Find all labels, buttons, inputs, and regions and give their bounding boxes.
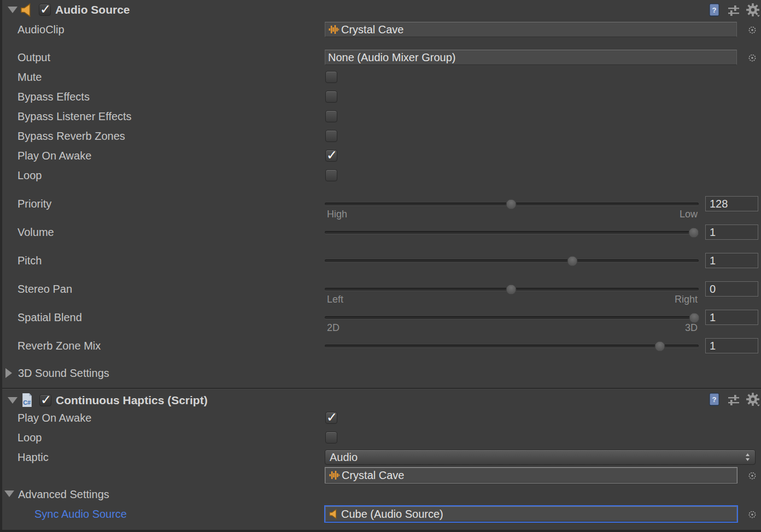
- audioclip-label: AudioClip: [17, 22, 65, 37]
- volume-value: 1: [710, 226, 716, 239]
- mute-label: Mute: [17, 69, 42, 85]
- spatial-blend-range-labels: 2D 3D: [327, 322, 698, 334]
- bypass-listener-effects-checkbox[interactable]: [325, 110, 337, 122]
- volume-label: Volume: [17, 224, 54, 240]
- svg-text:?: ?: [712, 395, 717, 404]
- gear-icon[interactable]: [746, 3, 760, 17]
- reverb-zone-mix-value-field[interactable]: 1: [705, 338, 758, 353]
- stereo-pan-value-field[interactable]: 0: [705, 281, 758, 297]
- volume-slider[interactable]: [325, 231, 699, 234]
- haptic-dropdown[interactable]: Audio: [325, 450, 756, 465]
- checkmark: ✓: [40, 1, 51, 17]
- stereo-pan-slider-handle[interactable]: [506, 284, 517, 294]
- spatial-blend-value-field[interactable]: 1: [705, 310, 758, 325]
- presets-icon[interactable]: [727, 4, 740, 16]
- priority-min-label: High: [327, 209, 347, 220]
- svg-text:C#: C#: [23, 399, 31, 406]
- spatial-blend-value: 1: [710, 311, 716, 324]
- pitch-slider-handle[interactable]: [567, 256, 577, 266]
- bypass-effects-label: Bypass Effects: [17, 89, 90, 104]
- gear-icon[interactable]: [746, 392, 760, 406]
- 3d-sound-settings-label[interactable]: 3D Sound Settings: [18, 365, 109, 381]
- loop-checkbox[interactable]: [325, 169, 337, 181]
- priority-value-field[interactable]: 128: [705, 196, 758, 211]
- advanced-settings-foldout-arrow[interactable]: [4, 490, 14, 497]
- haptics-loop-checkbox[interactable]: [325, 431, 337, 444]
- audio-source-title: Audio Source: [55, 0, 130, 20]
- priority-slider[interactable]: [325, 203, 699, 205]
- mute-checkbox[interactable]: [325, 71, 337, 83]
- haptics-play-on-awake-checkbox[interactable]: ✓: [325, 412, 337, 424]
- audio-waveform-icon: [328, 24, 339, 35]
- bypass-effects-checkbox[interactable]: [325, 91, 337, 103]
- spatial-blend-label: Spatial Blend: [17, 310, 82, 325]
- haptic-clip-value: Crystal Cave: [342, 469, 404, 482]
- haptics-play-on-awake-label: Play On Awake: [17, 410, 91, 425]
- checkmark: ✓: [40, 392, 51, 408]
- haptics-foldout-arrow[interactable]: [8, 397, 17, 404]
- haptics-loop-label: Loop: [17, 430, 42, 445]
- panel-left-edge: [0, 0, 2, 532]
- stereo-pan-slider[interactable]: [325, 288, 699, 291]
- pitch-value: 1: [710, 255, 716, 267]
- audio-source-enabled-checkbox[interactable]: ✓: [39, 4, 51, 16]
- spatial-blend-slider[interactable]: [325, 316, 699, 319]
- object-picker-icon[interactable]: [748, 54, 757, 62]
- unity-inspector-panel: { "colors": { "background": "#3d3d3d", "…: [0, 0, 761, 532]
- spatial-blend-slider-handle[interactable]: [689, 312, 699, 323]
- object-picker-icon[interactable]: [748, 471, 757, 480]
- priority-max-label: Low: [680, 209, 698, 220]
- output-field[interactable]: None (Audio Mixer Group): [325, 50, 737, 65]
- output-value: None (Audio Mixer Group): [328, 51, 455, 64]
- bypass-listener-effects-label: Bypass Listener Effects: [17, 109, 132, 124]
- advanced-settings-label[interactable]: Advanced Settings: [18, 487, 109, 502]
- priority-range-labels: High Low: [327, 209, 698, 220]
- help-icon[interactable]: ?: [707, 3, 721, 17]
- object-picker-icon[interactable]: [748, 26, 757, 34]
- reverb-zone-mix-slider-handle[interactable]: [654, 341, 665, 351]
- volume-value-field[interactable]: 1: [705, 224, 758, 240]
- pitch-label: Pitch: [17, 253, 42, 268]
- haptic-dropdown-value: Audio: [330, 451, 358, 464]
- stereo-pan-value: 0: [710, 283, 716, 295]
- spatial-blend-min-label: 2D: [327, 322, 339, 334]
- play-on-awake-checkbox[interactable]: ✓: [325, 150, 337, 162]
- svg-text:?: ?: [712, 6, 717, 14]
- stereo-pan-max-label: Right: [675, 294, 698, 305]
- object-picker-icon[interactable]: [748, 510, 757, 519]
- haptic-label: Haptic: [17, 450, 49, 465]
- pitch-value-field[interactable]: 1: [705, 253, 758, 268]
- panel-bottom-edge: [0, 530, 761, 532]
- haptic-clip-field[interactable]: Crystal Cave: [325, 468, 737, 483]
- haptics-enabled-checkbox[interactable]: ✓: [39, 394, 51, 406]
- play-on-awake-label: Play On Awake: [17, 148, 91, 163]
- help-icon[interactable]: ?: [707, 393, 721, 407]
- stereo-pan-range-labels: Left Right: [327, 294, 698, 305]
- sync-audio-source-value: Cube (Audio Source): [341, 508, 443, 521]
- stereo-pan-label: Stereo Pan: [17, 281, 72, 297]
- priority-value: 128: [710, 198, 728, 210]
- speaker-icon: [329, 509, 339, 519]
- output-label: Output: [17, 50, 50, 65]
- reverb-zone-mix-slider[interactable]: [325, 345, 699, 347]
- priority-slider-handle[interactable]: [506, 199, 517, 209]
- checkmark: ✓: [326, 409, 337, 425]
- stereo-pan-min-label: Left: [327, 294, 343, 305]
- csharp-script-icon: C#: [21, 393, 33, 407]
- 3d-sound-settings-foldout-arrow[interactable]: [5, 368, 12, 378]
- reverb-zone-mix-label: Reverb Zone Mix: [17, 338, 101, 353]
- speaker-icon: [20, 3, 34, 17]
- audioclip-field[interactable]: Crystal Cave: [325, 22, 737, 37]
- bypass-reverb-zones-checkbox[interactable]: [325, 130, 337, 142]
- loop-label: Loop: [17, 168, 42, 183]
- priority-label: Priority: [17, 196, 51, 211]
- presets-icon[interactable]: [727, 394, 740, 406]
- dropdown-arrows-icon: [745, 453, 751, 462]
- bypass-reverb-zones-label: Bypass Reverb Zones: [17, 128, 125, 144]
- component-divider: [0, 388, 761, 389]
- audio-source-foldout-arrow[interactable]: [8, 7, 17, 13]
- volume-slider-handle[interactable]: [689, 227, 699, 238]
- pitch-slider[interactable]: [325, 259, 699, 262]
- audioclip-value: Crystal Cave: [341, 23, 403, 36]
- sync-audio-source-field[interactable]: Cube (Audio Source): [325, 506, 737, 522]
